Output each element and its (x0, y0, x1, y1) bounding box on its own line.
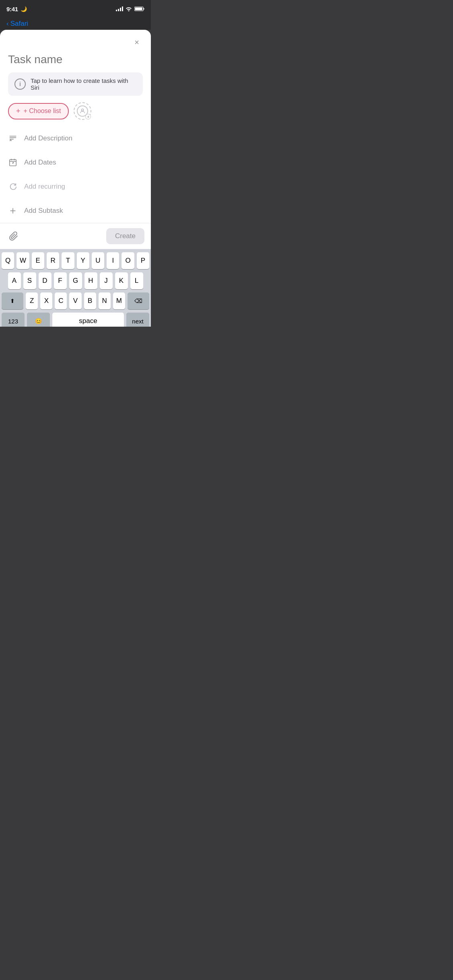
key-g[interactable]: G (69, 272, 82, 289)
delete-key[interactable]: ⌫ (128, 292, 149, 309)
key-t[interactable]: T (62, 252, 74, 269)
key-y[interactable]: Y (77, 252, 89, 269)
key-r[interactable]: R (47, 252, 59, 269)
key-e[interactable]: E (32, 252, 44, 269)
add-description-row[interactable]: Add Description (0, 126, 151, 150)
key-u[interactable]: U (92, 252, 104, 269)
key-m[interactable]: M (113, 292, 125, 309)
close-row: × (8, 36, 143, 48)
key-i[interactable]: I (107, 252, 119, 269)
keyboard: Q W E R T Y U I O P A S D F G H J K L ⬆ … (0, 249, 151, 327)
modal-top: × i Tap to learn how to create tasks wit… (0, 30, 151, 126)
add-description-label: Add Description (24, 134, 72, 142)
bottom-toolbar: Create (0, 223, 151, 249)
add-recurring-row[interactable]: Add recurring (0, 175, 151, 199)
status-time: 9:41 (6, 6, 18, 12)
svg-point-3 (82, 109, 84, 111)
key-v[interactable]: V (69, 292, 81, 309)
assign-plus-badge: + (85, 114, 91, 119)
add-subtask-label: Add Subtask (24, 207, 63, 215)
modal-card: × i Tap to learn how to create tasks wit… (0, 30, 151, 327)
wifi-icon (126, 6, 132, 11)
key-d[interactable]: D (39, 272, 51, 289)
svg-rect-2 (135, 8, 142, 10)
choose-list-button[interactable]: + + Choose list (8, 103, 69, 119)
add-dates-label: Add Dates (24, 159, 56, 167)
emoji-key[interactable]: 😊 (27, 313, 50, 327)
close-button[interactable]: × (131, 36, 143, 48)
numbers-key[interactable]: 123 (2, 313, 25, 327)
next-key[interactable]: next (126, 313, 149, 327)
key-o[interactable]: O (121, 252, 134, 269)
key-q[interactable]: Q (2, 252, 14, 269)
add-subtask-row[interactable]: Add Subtask (0, 199, 151, 223)
keyboard-row-3: ⬆ Z X C V B N M ⌫ (2, 292, 149, 309)
add-dates-row[interactable]: Add Dates (0, 150, 151, 175)
key-b[interactable]: B (84, 292, 96, 309)
key-a[interactable]: A (8, 272, 21, 289)
status-icons (116, 6, 144, 11)
keyboard-row-1: Q W E R T Y U I O P (2, 252, 149, 269)
shift-key[interactable]: ⬆ (2, 292, 23, 309)
attach-button[interactable] (6, 229, 21, 243)
key-h[interactable]: H (84, 272, 97, 289)
action-row: + + Choose list + (8, 102, 143, 126)
subtask-plus-icon (8, 206, 18, 216)
keyboard-row-4: 123 😊 space next (2, 313, 149, 327)
key-x[interactable]: X (40, 292, 52, 309)
choose-list-label: + Choose list (24, 107, 61, 115)
key-k[interactable]: K (115, 272, 128, 289)
space-key[interactable]: space (52, 313, 124, 327)
key-w[interactable]: W (16, 252, 29, 269)
siri-info-icon: i (14, 78, 26, 90)
siri-banner-text: Tap to learn how to create tasks with Si… (31, 77, 136, 91)
assign-button[interactable]: + (74, 102, 91, 120)
key-s[interactable]: S (23, 272, 36, 289)
status-bar: 9:41 🌙 (0, 0, 151, 18)
svg-rect-1 (144, 8, 144, 10)
signal-icon (116, 6, 123, 11)
create-button[interactable]: Create (106, 228, 144, 244)
description-icon (8, 134, 18, 143)
key-c[interactable]: C (55, 292, 67, 309)
add-recurring-label: Add recurring (24, 183, 65, 191)
task-name-input[interactable] (8, 50, 143, 72)
back-arrow-icon: ‹ (6, 20, 9, 28)
key-z[interactable]: Z (26, 292, 38, 309)
key-f[interactable]: F (54, 272, 67, 289)
calendar-icon (8, 158, 18, 167)
siri-banner[interactable]: i Tap to learn how to create tasks with … (8, 72, 143, 96)
back-bar[interactable]: ‹ Safari (0, 18, 151, 30)
key-n[interactable]: N (99, 292, 111, 309)
back-label[interactable]: Safari (10, 20, 28, 28)
keyboard-row-2: A S D F G H J K L (2, 272, 149, 289)
recurring-icon (8, 182, 18, 191)
choose-list-plus-icon: + (16, 107, 21, 115)
moon-icon: 🌙 (21, 6, 27, 12)
key-l[interactable]: L (130, 272, 143, 289)
key-p[interactable]: P (137, 252, 149, 269)
battery-icon (134, 6, 144, 11)
key-j[interactable]: J (100, 272, 113, 289)
